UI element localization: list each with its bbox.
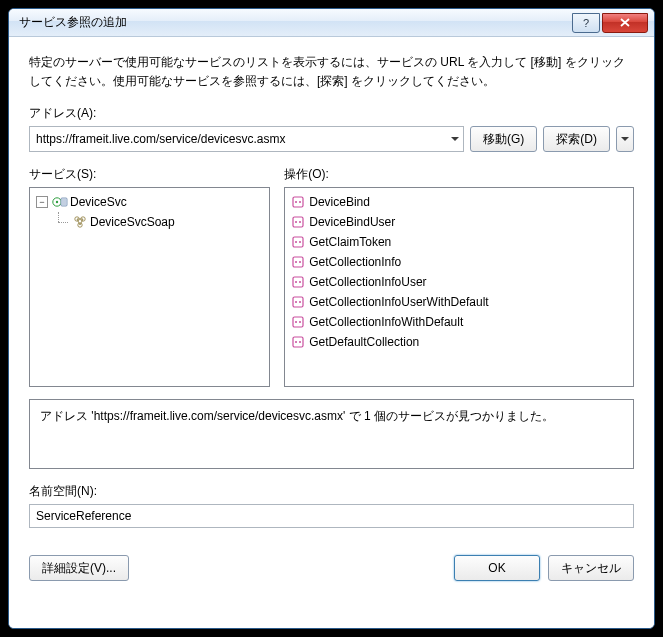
svg-point-26 [299,281,301,283]
svg-point-34 [295,341,297,343]
svg-rect-30 [293,317,303,327]
svg-point-17 [299,221,301,223]
tree-child-row[interactable]: DeviceSvcSoap [34,212,265,232]
operation-item[interactable]: GetCollectionInfo [289,252,629,272]
go-button[interactable]: 移動(G) [470,126,537,152]
instructions-text: 特定のサーバーで使用可能なサービスのリストを表示するには、サービスの URL を… [29,53,634,91]
ok-button[interactable]: OK [454,555,540,581]
operation-item[interactable]: GetCollectionInfoUserWithDefault [289,292,629,312]
address-label: アドレス(A): [29,105,634,122]
operation-item-label: GetClaimToken [309,235,391,249]
advanced-button[interactable]: 詳細設定(V)... [29,555,129,581]
operation-item[interactable]: DeviceBindUser [289,212,629,232]
svg-rect-24 [293,277,303,287]
svg-rect-15 [293,217,303,227]
status-text: アドレス 'https://frameit.live.com/service/d… [40,409,554,423]
separator [29,542,634,543]
svg-point-14 [299,201,301,203]
svg-point-31 [295,321,297,323]
address-dropdown-toggle[interactable] [447,127,463,151]
operation-method-icon [291,295,305,309]
operation-item[interactable]: GetDefaultCollection [289,332,629,352]
operation-method-icon [291,215,305,229]
operation-method-icon [291,315,305,329]
tree-root-row[interactable]: − DeviceSvc [34,192,265,212]
titlebar[interactable]: サービス参照の追加 ? [9,9,654,37]
svg-rect-27 [293,297,303,307]
tree-collapse-icon[interactable]: − [36,196,48,208]
operation-item-label: GetDefaultCollection [309,335,419,349]
operation-item-label: DeviceBindUser [309,215,395,229]
namespace-label: 名前空間(N): [29,483,634,500]
operation-item-label: GetCollectionInfo [309,255,401,269]
namespace-input[interactable] [29,504,634,528]
operation-item-label: GetCollectionInfoUser [309,275,426,289]
svg-rect-12 [293,197,303,207]
tree-root-label: DeviceSvc [70,195,127,209]
svg-point-32 [299,321,301,323]
svg-point-25 [295,281,297,283]
operation-method-icon [291,235,305,249]
operation-item-label: GetCollectionInfoUserWithDefault [309,295,488,309]
service-soap-icon [72,214,88,230]
svg-rect-18 [293,237,303,247]
svg-point-22 [295,261,297,263]
address-input[interactable] [29,126,464,152]
svg-point-1 [56,201,58,203]
close-button[interactable] [602,13,648,33]
chevron-down-icon [621,137,629,141]
operation-method-icon [291,275,305,289]
close-icon [620,17,630,29]
svg-point-13 [295,201,297,203]
svg-point-29 [299,301,301,303]
operation-item[interactable]: DeviceBind [289,192,629,212]
discover-split-toggle[interactable] [616,126,634,152]
svg-rect-21 [293,257,303,267]
operation-item[interactable]: GetClaimToken [289,232,629,252]
svg-point-19 [295,241,297,243]
status-box: アドレス 'https://frameit.live.com/service/d… [29,399,634,469]
operation-method-icon [291,335,305,349]
tree-child-label: DeviceSvcSoap [90,215,175,229]
operation-item[interactable]: GetCollectionInfoUser [289,272,629,292]
tree-connector-icon [54,212,68,232]
operation-method-icon [291,255,305,269]
address-combobox[interactable] [29,126,464,152]
svg-point-23 [299,261,301,263]
discover-button[interactable]: 探索(D) [543,126,610,152]
operation-item-label: GetCollectionInfoWithDefault [309,315,463,329]
help-icon: ? [583,17,589,29]
services-label: サービス(S): [29,166,270,183]
svg-point-16 [295,221,297,223]
operation-item-label: DeviceBind [309,195,370,209]
chevron-down-icon [451,137,459,141]
operations-label: 操作(O): [284,166,634,183]
operation-item[interactable]: GetCollectionInfoWithDefault [289,312,629,332]
services-tree[interactable]: − DeviceSvc [29,187,270,387]
operations-list[interactable]: DeviceBindDeviceBindUserGetClaimTokenGet… [284,187,634,387]
service-globe-icon [52,194,68,210]
help-button[interactable]: ? [572,13,600,33]
svg-point-20 [299,241,301,243]
window-title: サービス参照の追加 [19,14,572,31]
cancel-button[interactable]: キャンセル [548,555,634,581]
svg-point-35 [299,341,301,343]
operation-method-icon [291,195,305,209]
svg-rect-33 [293,337,303,347]
dialog-window: サービス参照の追加 ? 特定のサーバーで使用可能なサービスのリストを表示するには… [8,8,655,629]
svg-point-28 [295,301,297,303]
